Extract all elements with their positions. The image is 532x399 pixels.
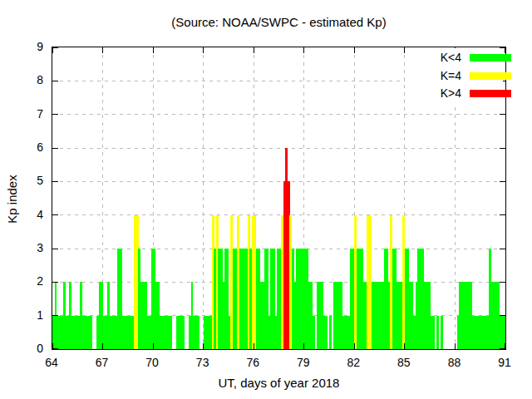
top-tick-day-73	[203, 47, 204, 53]
kp-bar-day72-h15	[197, 316, 200, 349]
left-tick-kp-8	[52, 81, 58, 81]
left-tick-kp-5	[52, 181, 58, 182]
legend-swatch-1	[470, 72, 511, 80]
y-tick-label-1: 1	[5, 308, 43, 322]
kp-bar-day71-h0	[170, 316, 172, 349]
x-tick-label-73: 73	[185, 356, 221, 369]
top-tick-day-79	[303, 47, 304, 53]
left-tick-kp-1	[52, 315, 58, 316]
y-tick-label-4: 4	[5, 208, 43, 221]
left-tick-kp-0	[52, 348, 58, 349]
bottom-tick-day-91	[505, 343, 505, 349]
h-gridline-kp-4	[52, 214, 505, 215]
kp-bar-day80-h6	[325, 316, 328, 349]
right-tick-kp-5	[500, 181, 505, 182]
legend: K<4K=4K>4	[405, 48, 503, 103]
bottom-tick-day-82	[354, 343, 355, 349]
chart-title: (Source: NOAA/SWPC - estimated Kp)	[52, 15, 505, 29]
x-tick-label-82: 82	[335, 356, 372, 369]
bottom-tick-day-67	[102, 343, 103, 349]
h-gridline-kp-5	[52, 181, 505, 182]
left-tick-kp-7	[52, 114, 58, 115]
bottom-tick-day-85	[404, 343, 405, 349]
legend-swatch-2	[470, 90, 511, 97]
right-tick-kp-1	[500, 315, 505, 316]
y-axis-title: Kp index	[5, 108, 19, 291]
kp-bar-day87-h3	[441, 316, 443, 349]
top-tick-day-82	[354, 47, 355, 53]
bottom-tick-day-79	[303, 343, 304, 349]
top-tick-day-91	[505, 47, 505, 53]
right-tick-kp-7	[500, 114, 505, 115]
left-tick-kp-2	[52, 282, 58, 283]
y-tick-label-8: 8	[5, 73, 43, 86]
kp-bar-day79-h12	[313, 316, 315, 349]
x-tick-label-67: 67	[84, 356, 121, 369]
top-tick-day-67	[102, 47, 103, 53]
x-tick-label-70: 70	[134, 356, 170, 369]
x-tick-label-64: 64	[33, 356, 70, 369]
legend-swatch-0	[470, 54, 511, 62]
x-tick-label-88: 88	[436, 356, 472, 369]
legend-label-2: K>4	[405, 86, 461, 100]
x-tick-label-76: 76	[234, 356, 271, 369]
plot-area: K<4K=4K>4	[52, 47, 506, 350]
legend-row-2: K>4	[405, 84, 503, 102]
right-tick-kp-3	[500, 249, 505, 249]
bottom-tick-day-73	[203, 343, 204, 349]
y-tick-label-7: 7	[5, 107, 43, 121]
h-gridline-kp-6	[52, 148, 505, 149]
kp-bar-day66-h6	[90, 316, 92, 349]
y-tick-label-0: 0	[5, 342, 43, 355]
kp-bar-day86-h15	[432, 316, 435, 349]
bottom-tick-day-70	[153, 343, 154, 349]
x-tick-label-91: 91	[486, 356, 523, 369]
y-tick-label-5: 5	[5, 174, 43, 187]
x-tick-label-85: 85	[386, 356, 422, 369]
h-gridline-kp-7	[52, 114, 505, 115]
legend-row-1: K=4	[405, 66, 503, 85]
top-tick-day-64	[52, 47, 53, 53]
y-tick-label-6: 6	[5, 140, 43, 154]
top-tick-day-70	[153, 47, 154, 53]
top-tick-day-76	[254, 47, 254, 53]
left-tick-kp-6	[52, 148, 58, 149]
kp-index-chart: (Source: NOAA/SWPC - estimated Kp) Kp in…	[0, 0, 532, 399]
left-tick-kp-9	[52, 47, 58, 48]
left-tick-kp-3	[52, 249, 58, 249]
legend-row-0: K<4	[405, 48, 503, 66]
v-gridline-day-73	[203, 47, 204, 349]
right-tick-kp-4	[500, 214, 505, 215]
kp-bar-day71-h18	[182, 316, 185, 349]
y-tick-label-3: 3	[5, 241, 43, 254]
legend-label-1: K=4	[405, 69, 461, 82]
y-tick-label-9: 9	[5, 40, 43, 53]
x-tick-label-79: 79	[285, 356, 322, 369]
kp-bar-day86-h21	[436, 316, 439, 349]
bottom-tick-day-76	[254, 343, 254, 349]
bottom-tick-day-88	[455, 343, 456, 349]
kp-bar-day80-h12	[329, 316, 332, 349]
left-tick-kp-4	[52, 214, 58, 215]
y-tick-label-2: 2	[5, 274, 43, 288]
legend-label-0: K<4	[405, 51, 461, 64]
bottom-tick-day-64	[52, 343, 53, 349]
x-axis-title: UT, days of year 2018	[52, 376, 505, 390]
right-tick-kp-6	[500, 148, 505, 149]
right-tick-kp-2	[500, 282, 505, 283]
